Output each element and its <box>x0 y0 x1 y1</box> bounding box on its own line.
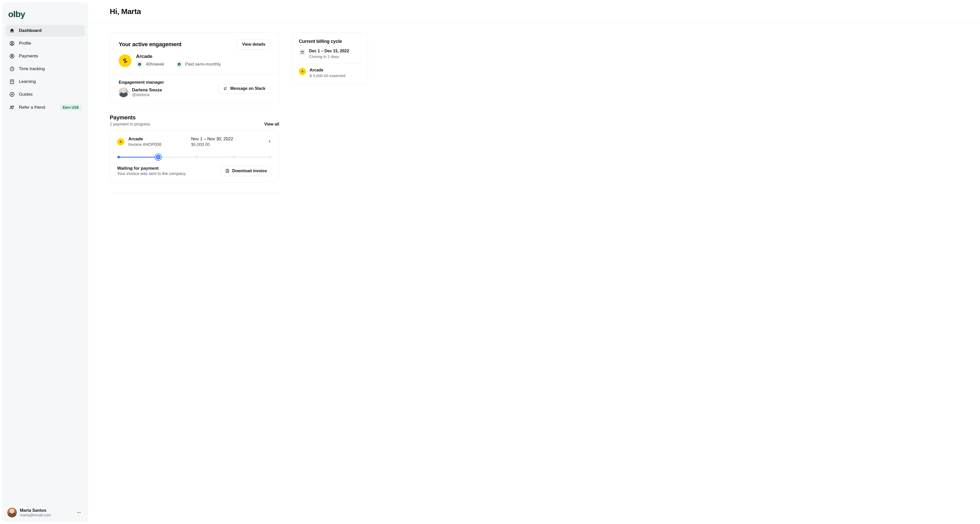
sidebar-user: Marta Santos marta@email.com <box>6 506 85 518</box>
calendar-icon <box>299 49 305 56</box>
user-name: Marta Santos <box>20 508 51 513</box>
svg-point-12 <box>124 60 126 62</box>
cycle-expected: $ 5,000.00 expected <box>310 73 345 78</box>
payment-period: Nov 1 – Nov 30, 2022 <box>191 137 263 141</box>
nav-label: Refer a friend <box>19 105 45 110</box>
svg-point-19 <box>120 141 121 141</box>
svg-point-8 <box>77 512 78 513</box>
svg-point-29 <box>302 70 303 71</box>
sidebar-item-guides[interactable]: Guides <box>6 89 85 100</box>
nav-label: Profile <box>19 41 31 46</box>
user-circle-icon <box>9 41 15 46</box>
slack-cta-label: Message on Slack <box>230 86 266 91</box>
svg-point-28 <box>303 71 303 72</box>
stopwatch-icon <box>9 66 15 72</box>
dots-horizontal-icon <box>76 510 81 515</box>
main: Hi, Marta Your active engagement View de… <box>88 0 980 524</box>
view-all-link[interactable]: View all <box>264 122 279 127</box>
clock-icon <box>136 61 143 68</box>
manager-section-label: Engagement manager <box>119 80 164 85</box>
cycle-title: Current billing cycle <box>299 39 362 44</box>
sidebar-item-refer[interactable]: Refer a friend Earn US$ <box>6 101 85 114</box>
file-download-icon <box>225 168 230 173</box>
primary-nav: Dashboard Profile Payments Time tracking… <box>6 25 85 114</box>
manager-name: Darlene Souza <box>132 87 162 93</box>
users-icon <box>9 105 15 110</box>
svg-point-6 <box>11 106 12 108</box>
svg-point-5 <box>10 92 14 97</box>
payment-timeline <box>117 155 272 160</box>
view-details-button[interactable]: View details <box>237 39 270 49</box>
payment-row[interactable]: Arcade Invoice #HOP008 Nov 1 – Nov 30, 2… <box>117 137 272 147</box>
svg-point-27 <box>302 71 303 72</box>
home-icon <box>9 28 15 33</box>
logo: olby <box>6 8 85 25</box>
manager-handle: @darlene <box>132 93 162 97</box>
dollar-circle-icon <box>9 53 15 59</box>
download-invoice-button[interactable]: Download invoice <box>220 166 272 176</box>
svg-point-21 <box>121 142 121 142</box>
dollar-icon: $ <box>176 61 183 68</box>
svg-point-26 <box>302 71 302 71</box>
svg-point-9 <box>79 512 80 513</box>
view-details-label: View details <box>242 42 266 47</box>
download-invoice-label: Download invoice <box>232 168 267 173</box>
payment-status-title: Waiting for payment <box>117 166 186 171</box>
sidebar-item-payments[interactable]: Payments <box>6 50 85 62</box>
brand-text: olby <box>8 9 25 19</box>
svg-point-30 <box>302 72 303 73</box>
payments-section: Payments 1 payment in progress View all … <box>110 114 279 193</box>
sidebar-item-time-tracking[interactable]: Time tracking <box>6 63 85 75</box>
pay-frequency: Paid semi-monthly <box>185 62 221 67</box>
sidebar-item-dashboard[interactable]: Dashboard <box>6 25 85 37</box>
company-logo <box>119 54 131 67</box>
svg-point-11 <box>123 59 124 60</box>
svg-point-15 <box>124 62 126 63</box>
book-icon <box>9 79 15 84</box>
timeline-current-icon <box>155 154 161 160</box>
company-name: Arcade <box>136 54 221 59</box>
sidebar-item-learning[interactable]: Learning <box>6 76 85 87</box>
payment-card: Arcade Invoice #HOP008 Nov 1 – Nov 30, 2… <box>110 130 279 183</box>
svg-point-14 <box>124 59 126 60</box>
svg-rect-25 <box>301 51 304 53</box>
nav-label: Dashboard <box>19 28 41 33</box>
cycle-dates: Dec 1 – Dec 31, 2022 <box>309 49 349 53</box>
nav-label: Time tracking <box>19 66 45 71</box>
active-engagement-card: Your active engagement View details Arca… <box>110 32 279 104</box>
page-header: Hi, Marta <box>88 0 980 22</box>
engagement-title: Your active engagement <box>119 41 181 48</box>
svg-point-10 <box>80 512 81 513</box>
payment-invoice: Invoice #HOP008 <box>128 142 187 147</box>
billing-cycle-card: Current billing cycle Dec 1 – Dec 31, 20… <box>293 32 368 84</box>
svg-point-22 <box>121 141 121 141</box>
greeting: Hi, Marta <box>110 7 959 16</box>
sidebar-item-profile[interactable]: Profile <box>6 38 85 49</box>
earn-badge: Earn US$ <box>60 104 81 110</box>
chevron-right-icon <box>267 139 272 144</box>
payments-title: Payments <box>110 114 150 121</box>
hours-per-week: 40h/week <box>146 62 164 67</box>
payment-company: Arcade <box>128 137 187 141</box>
slack-icon <box>223 86 228 91</box>
svg-point-13 <box>126 61 127 62</box>
sidebar: olby Dashboard Profile Payments Time tra… <box>2 2 88 522</box>
manager-avatar <box>119 87 128 97</box>
nav-label: Payments <box>19 54 38 59</box>
compass-icon <box>9 92 15 97</box>
svg-point-1 <box>11 42 13 44</box>
payments-subtitle: 1 payment in progress <box>110 122 150 127</box>
company-logo-small <box>299 68 306 75</box>
payment-amount: $5,000.00 <box>191 142 263 147</box>
cycle-company: Arcade <box>310 68 345 73</box>
nav-label: Guides <box>19 92 33 97</box>
svg-point-20 <box>121 141 121 142</box>
user-email: marta@email.com <box>20 513 51 517</box>
payment-status-sub: Your invoice was sent to the company. <box>117 171 186 176</box>
message-slack-button[interactable]: Message on Slack <box>218 83 270 94</box>
user-menu-button[interactable] <box>75 508 83 517</box>
user-avatar <box>7 508 17 518</box>
svg-point-7 <box>13 106 14 107</box>
svg-text:$: $ <box>179 63 180 65</box>
svg-point-23 <box>121 142 121 143</box>
